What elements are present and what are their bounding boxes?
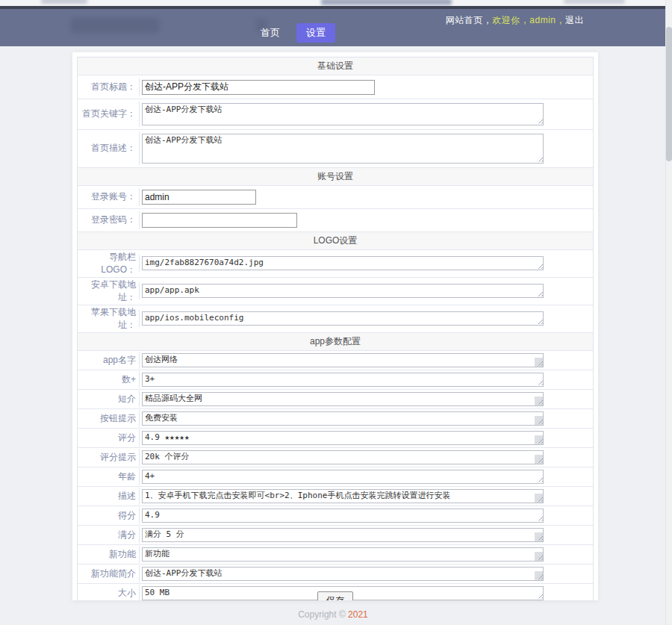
form-row: 描述1、安卓手机下载完点击安装即可<br>2、Iphone手机点击安装完跳转设置… [78,487,593,506]
form-row: 安卓下载地址：app/app.apk [78,278,593,305]
field-textarea[interactable]: 20k 个评分 [142,450,544,464]
field-cell: 创达-APP分发下载站 [139,102,593,127]
section-title: 基础设置 [78,57,593,75]
resize-grip-icon[interactable] [536,398,543,405]
field-label: 评分提示 [78,451,139,464]
field-textarea[interactable]: app/ios.mobileconfig [142,311,544,326]
field-textarea[interactable]: 免费安装 [142,411,544,426]
resize-grip-icon[interactable] [536,456,543,463]
tab-settings[interactable]: 设置 [296,23,335,43]
field-textarea[interactable]: 创达-APP分发下载站 [142,567,544,581]
resize-grip-icon[interactable] [536,437,543,444]
field-label: 苹果下载地址： [78,306,139,332]
field-cell: 满分 5 分 [139,526,593,544]
field-textarea[interactable]: 4.9 ★★★★★ [142,431,544,445]
form-row: 登录账号： [78,186,593,209]
field-cell: 精品源码大全网 [139,391,593,408]
field-label: 安卓下载地址： [78,279,139,304]
field-cell: 20k 个评分 [139,449,593,466]
artifact-smudge [41,0,87,4]
resize-grip-icon[interactable] [536,573,543,579]
field-cell [139,188,593,206]
field-cell [139,211,593,229]
tab-home[interactable]: 首页 [253,23,287,43]
form-row: 短介精品源码大全网 [78,390,593,409]
field-input[interactable] [142,190,256,205]
field-label: 新功能 [78,548,139,561]
form-row: 新功能新功能 [78,545,593,565]
settings-form: 基础设置首页标题：首页关键字：创达-APP分发下载站首页描述：创达-APP分发下… [77,57,594,600]
scrollbar-thumb[interactable] [666,27,672,161]
resize-grip-icon[interactable] [536,553,543,560]
field-cell: app/app.apk [139,282,593,299]
form-row: 首页标题： [78,75,593,99]
field-cell: 免费安装 [139,410,593,427]
textarea-wrap: 免费安装 [142,411,544,426]
textarea-wrap: 新功能 [142,547,544,562]
footer-year: 2021 [348,609,368,620]
save-button[interactable]: 保存 [317,591,353,600]
field-label: 评分 [78,432,139,444]
field-textarea[interactable]: 4+ [142,470,544,484]
field-textarea[interactable]: 新功能 [142,547,544,562]
form-row: 评分提示20k 个评分 [78,448,593,467]
field-textarea[interactable]: 4.9 [142,509,544,523]
field-label: 按钮提示 [78,412,139,425]
section-title: 账号设置 [78,168,593,186]
field-textarea[interactable]: 满分 5 分 [142,528,544,542]
form-row: 年龄4+ [78,467,593,487]
field-input[interactable] [142,213,297,228]
field-cell: img/2fab8827670a74d2.jpg [139,255,593,272]
field-cell: 创达网络 [139,352,593,369]
form-row: 新功能简介创达-APP分发下载站 [78,565,593,584]
field-textarea[interactable]: 精品源码大全网 [142,392,544,406]
field-cell: 4.9 ★★★★★ [139,429,593,447]
form-row: 评分4.9 ★★★★★ [78,429,593,448]
resize-grip-icon[interactable] [536,534,543,541]
field-textarea[interactable]: 创达-APP分发下载站 [142,103,544,125]
form-row: 首页关键字：创达-APP分发下载站 [78,99,593,130]
field-cell: 新功能 [139,546,593,563]
form-row: 得分4.9 [78,506,593,526]
form-row: 按钮提示免费安装 [78,409,593,429]
field-cell [139,78,593,96]
field-input[interactable] [142,80,375,95]
field-label: 新功能简介 [78,568,139,580]
form-row: 登录密码： [78,209,593,232]
form-row: 首页描述：创达-APP分发下载站 [78,130,593,168]
field-textarea[interactable]: 创达-APP分发下载站 [142,134,544,164]
field-textarea[interactable]: 创达网络 [142,353,544,367]
field-label: app名字 [78,354,139,367]
textarea-wrap: 3+ [142,373,544,387]
field-cell: app/ios.mobileconfig [139,310,593,327]
field-label: 数+ [78,373,139,386]
field-label: 首页标题： [78,81,139,93]
artifact-smudge [564,0,625,4]
textarea-wrap: 创达-APP分发下载站 [142,567,544,581]
footer-copyright-text: Copyright © [298,609,348,620]
field-label: 年龄 [78,470,139,483]
resize-grip-icon[interactable] [536,417,543,424]
artifact-smudge [321,0,452,5]
section-title: LOGO设置 [78,232,593,250]
form-row: app名字创达网络 [78,351,593,370]
field-textarea[interactable]: app/app.apk [142,284,544,298]
resize-grip-icon[interactable] [536,495,543,502]
textarea-wrap: app/app.apk [142,284,544,298]
field-cell: 创达-APP分发下载站 [139,565,593,582]
textarea-wrap: 4.9 [142,509,544,523]
field-textarea[interactable]: 3+ [142,373,544,387]
field-textarea[interactable]: img/2fab8827670a74d2.jpg [142,256,544,270]
field-cell: 1、安卓手机下载完点击安装即可<br>2、Iphone手机点击安装完跳转设置进行… [139,488,593,505]
field-label: 得分 [78,509,139,522]
field-label: 导航栏LOGO： [78,251,139,276]
textarea-wrap: 创达-APP分发下载站 [142,134,544,164]
textarea-wrap: app/ios.mobileconfig [142,311,544,326]
resize-grip-icon[interactable] [536,359,543,366]
settings-panel: 基础设置首页标题：首页关键字：创达-APP分发下载站首页描述：创达-APP分发下… [72,52,598,600]
footer: Copyright © 2021 [0,609,666,620]
textarea-wrap: 创达-APP分发下载站 [142,103,544,125]
scrollbar-track[interactable] [665,0,672,625]
field-textarea[interactable]: 1、安卓手机下载完点击安装即可<br>2、Iphone手机点击安装完跳转设置进行… [142,489,544,503]
textarea-wrap: 4.9 ★★★★★ [142,431,544,445]
